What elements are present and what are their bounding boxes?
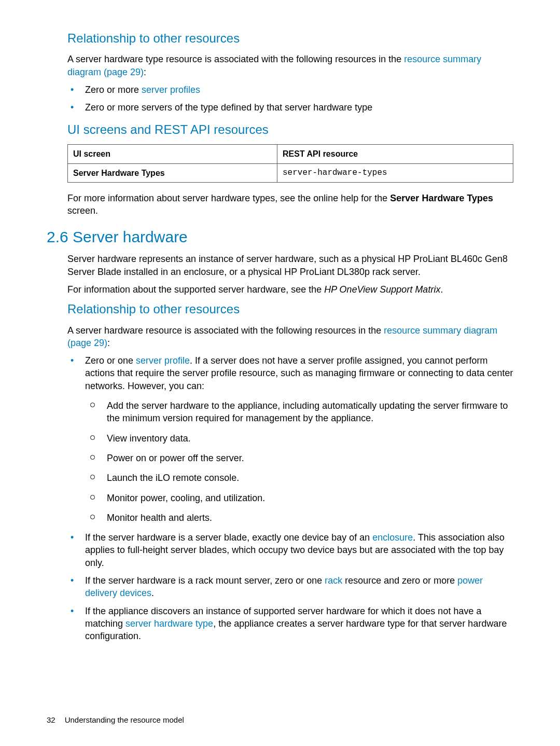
bullet-list-d: Zero or one server profile. If a server …: [67, 354, 513, 642]
sub-list: Add the server hardware to the appliance…: [85, 399, 513, 524]
bullet-list-a: Zero or more server profiles Zero or mor…: [67, 84, 513, 114]
list-item: Monitor health and alerts.: [85, 512, 513, 524]
list-item: Monitor power, cooling, and utilization.: [85, 492, 513, 504]
list-item: View inventory data.: [85, 432, 513, 445]
td-rest-resource: server-hardware-types: [277, 163, 513, 183]
heading-relationship-d: Relationship to other resources: [67, 301, 513, 317]
table-header-row: UI screen REST API resource: [68, 144, 513, 163]
table-row: Server Hardware Types server-hardware-ty…: [68, 163, 513, 183]
text: If the server hardware is a rack mount s…: [85, 575, 325, 586]
list-item: If the server hardware is a server blade…: [67, 531, 513, 569]
link-server-hardware-type[interactable]: server hardware type: [125, 618, 213, 629]
text: resource and zero or more: [342, 575, 457, 586]
text: Zero or one: [85, 355, 136, 366]
para-d-intro: A server hardware resource is associated…: [67, 324, 513, 350]
text: Zero or more: [85, 85, 142, 95]
page-footer: 32Understanding the resource model: [47, 715, 184, 725]
td-ui-screen: Server Hardware Types: [68, 163, 277, 183]
heading-ui-rest: UI screens and REST API resources: [67, 121, 513, 138]
heading-relationship-a: Relationship to other resources: [67, 30, 513, 47]
italic-support-matrix: HP OneView Support Matrix: [324, 284, 440, 295]
para-a-intro: A server hardware type resource is assoc…: [67, 53, 513, 78]
list-item: If the appliance discovers an instance o…: [67, 605, 513, 643]
text: For more information about server hardwa…: [67, 193, 390, 203]
link-rack[interactable]: rack: [325, 575, 342, 586]
list-item: Power on or power off the server.: [85, 452, 513, 464]
text: .: [440, 284, 443, 295]
para-c2: For information about the supported serv…: [67, 283, 513, 296]
list-item: Zero or more server profiles: [67, 84, 513, 96]
page-number: 32: [47, 715, 55, 724]
th-rest-resource: REST API resource: [277, 144, 513, 163]
list-item: Launch the iLO remote console.: [85, 472, 513, 484]
text: For information about the supported serv…: [67, 284, 324, 295]
para-c1: Server hardware represents an instance o…: [67, 253, 513, 278]
footer-title: Understanding the resource model: [65, 715, 184, 724]
text: :: [144, 67, 146, 77]
link-server-profile[interactable]: server profile: [136, 355, 190, 366]
th-ui-screen: UI screen: [68, 144, 277, 163]
list-item: If the server hardware is a rack mount s…: [67, 574, 513, 600]
list-item: Zero or one server profile. If a server …: [67, 354, 513, 524]
text: screen.: [67, 205, 98, 216]
text: If the server hardware is a server blade…: [85, 532, 372, 543]
api-table: UI screen REST API resource Server Hardw…: [67, 144, 513, 183]
text: A server hardware type resource is assoc…: [67, 54, 404, 64]
list-item: Add the server hardware to the appliance…: [85, 399, 513, 425]
text: .: [151, 588, 154, 598]
text: :: [107, 338, 110, 348]
bold-server-hardware-types: Server Hardware Types: [390, 193, 493, 203]
para-b-after: For more information about server hardwa…: [67, 192, 513, 217]
link-server-profiles[interactable]: server profiles: [142, 85, 200, 95]
text: A server hardware resource is associated…: [67, 325, 384, 336]
heading-server-hardware: 2.6 Server hardware: [47, 227, 513, 248]
list-item: Zero or more servers of the type defined…: [67, 101, 513, 114]
link-enclosure[interactable]: enclosure: [372, 532, 413, 543]
